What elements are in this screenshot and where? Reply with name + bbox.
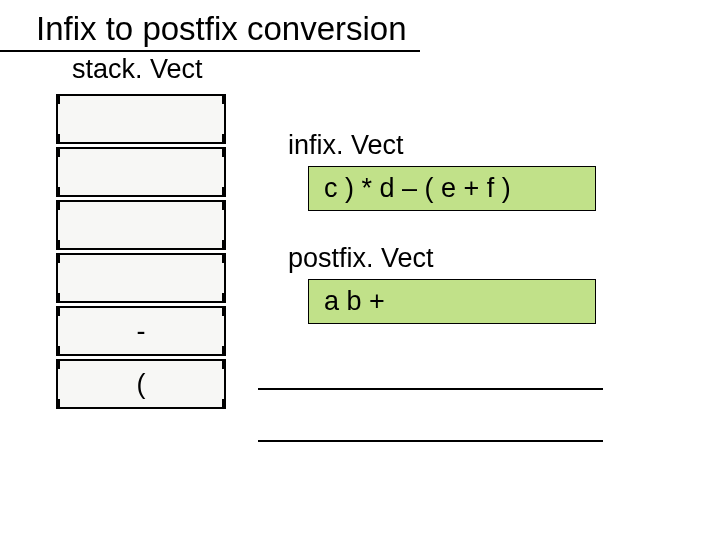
postfix-value: a b + (324, 286, 385, 317)
stack-label: stack. Vect (72, 54, 203, 85)
infix-value: c ) * d – ( e + f ) (324, 173, 511, 204)
stack-container: - ( (56, 94, 226, 412)
infix-vector: c ) * d – ( e + f ) (308, 166, 596, 211)
stack-slot (56, 147, 226, 197)
blank-line (258, 388, 603, 390)
slide-title: Infix to postfix conversion (36, 10, 407, 48)
stack-slot-value: - (137, 316, 146, 347)
title-underline (0, 50, 420, 52)
stack-slot (56, 200, 226, 250)
postfix-vector: a b + (308, 279, 596, 324)
postfix-label: postfix. Vect (288, 243, 434, 274)
infix-label: infix. Vect (288, 130, 404, 161)
stack-slot (56, 94, 226, 144)
stack-slot: ( (56, 359, 226, 409)
stack-slot: - (56, 306, 226, 356)
stack-slot-value: ( (137, 369, 146, 400)
blank-line (258, 440, 603, 442)
stack-slot (56, 253, 226, 303)
